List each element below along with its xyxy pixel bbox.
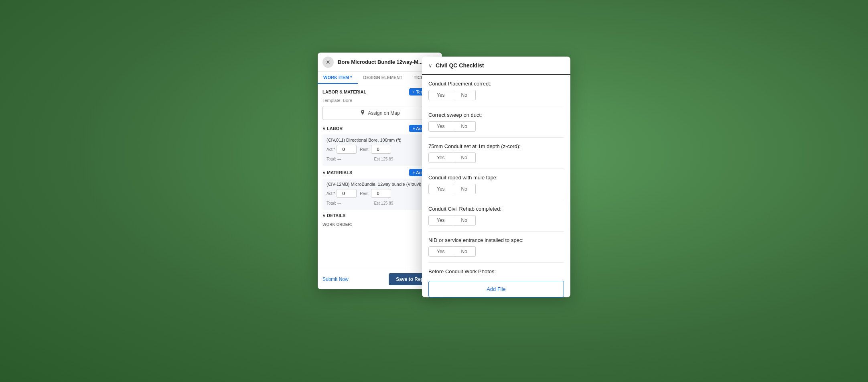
check-item-correct-sweep: Correct sweep on duct: Yes No (428, 106, 564, 138)
add-file-button[interactable]: Add File (428, 281, 564, 297)
labor-act-input[interactable] (337, 145, 357, 154)
labor-material-header: LABOR & MATERIAL + Template (322, 88, 437, 96)
labor-item-fields: Act:* Rem: (327, 145, 433, 154)
material-item-footer: Total: — Est 125.89 (327, 199, 433, 207)
panel-title: Bore Microduct Bundle 12way-M... (338, 59, 423, 65)
close-icon: ✕ (326, 59, 331, 65)
labor-section-header: ∨ LABOR + Add New (322, 125, 437, 132)
yes-no-row-0: Yes No (428, 90, 564, 100)
right-panel: ∨ Civil QC Checklist Conduit Placement c… (422, 57, 570, 297)
work-order-label: WORK ORDER: (322, 220, 437, 228)
labor-est: Est 125.89 (374, 157, 393, 161)
submit-now-button[interactable]: Submit Now (322, 276, 349, 282)
check-question-0: Conduit Placement correct: (428, 81, 564, 87)
material-item-0: (CIV-12MB) MicroBundle, 12way bundle (Vi… (322, 179, 437, 210)
check-question-2: 75mm Conduit set at 1m depth (z-cord): (428, 143, 564, 149)
material-act-input[interactable] (337, 189, 357, 198)
chevron-down-icon-3: ∨ (322, 213, 325, 218)
material-est: Est 125.89 (374, 201, 393, 205)
checklist-body: Conduit Placement correct: Yes No Correc… (422, 75, 570, 297)
yes-no-row-2: Yes No (428, 152, 564, 163)
material-item-name: (CIV-12MB) MicroBundle, 12way bundle (Vi… (327, 182, 433, 187)
yes-btn-2[interactable]: Yes (428, 152, 453, 163)
material-rem-field: Rem: (360, 189, 391, 198)
checklist-title: Civil QC Checklist (436, 62, 484, 69)
materials-section-header: ∨ MATERIALS + Add New (322, 169, 437, 176)
yes-no-row-3: Yes No (428, 184, 564, 194)
details-section-header: ∨ DETAILS (322, 213, 437, 218)
yes-btn-3[interactable]: Yes (428, 184, 453, 194)
check-item-75mm-conduit: 75mm Conduit set at 1m depth (z-cord): Y… (428, 138, 564, 169)
no-btn-5[interactable]: No (453, 246, 476, 257)
details-collapse[interactable]: ∨ DETAILS (322, 213, 345, 218)
yes-no-row-5: Yes No (428, 246, 564, 257)
assign-map-button[interactable]: Assign on Map (322, 106, 437, 120)
yes-btn-0[interactable]: Yes (428, 90, 453, 100)
tab-work-item[interactable]: WORK ITEM * (318, 72, 358, 84)
no-btn-4[interactable]: No (453, 215, 476, 226)
material-act-field: Act:* (327, 189, 357, 198)
materials-collapse[interactable]: ∨ MATERIALS (322, 170, 352, 175)
checklist-chevron-icon: ∨ (428, 63, 432, 69)
material-rem-input[interactable] (371, 189, 391, 198)
labor-item-0: (CIV.011) Directional Bore, 100mm (ft) A… (322, 134, 437, 166)
photos-label: Before Conduit Work Photos: (428, 268, 564, 274)
tab-design-element[interactable]: DESIGN ELEMENT (358, 72, 408, 84)
no-btn-1[interactable]: No (453, 121, 476, 132)
yes-btn-4[interactable]: Yes (428, 215, 453, 226)
close-button[interactable]: ✕ (322, 57, 334, 68)
check-item-conduit-placement: Conduit Placement correct: Yes No (428, 75, 564, 106)
check-question-1: Correct sweep on duct: (428, 112, 564, 118)
checklist-header: ∨ Civil QC Checklist (422, 57, 570, 75)
labor-act-field: Act:* (327, 145, 357, 154)
yes-no-row-1: Yes No (428, 121, 564, 132)
yes-btn-1[interactable]: Yes (428, 121, 453, 132)
labor-collapse[interactable]: ∨ LABOR (322, 126, 343, 131)
no-btn-0[interactable]: No (453, 90, 476, 100)
check-item-civil-rehab: Conduit Civil Rehab completed: Yes No (428, 200, 564, 232)
labor-item-footer: Total: — Est 125.89 (327, 155, 433, 163)
check-item-conduit-roped: Conduit roped with mule tape: Yes No (428, 169, 564, 200)
map-icon (360, 110, 365, 116)
yes-no-row-4: Yes No (428, 215, 564, 226)
check-item-nid-service: NID or service entrance installed to spe… (428, 232, 564, 263)
template-info: Template: Bore (322, 98, 437, 103)
yes-btn-5[interactable]: Yes (428, 246, 453, 257)
labor-rem-field: Rem: (360, 145, 391, 154)
material-item-fields: Act:* Rem: (327, 189, 433, 198)
labor-total: Total: — (327, 157, 341, 161)
labor-rem-input[interactable] (371, 145, 391, 154)
check-question-5: NID or service entrance installed to spe… (428, 237, 564, 243)
check-question-3: Conduit roped with mule tape: (428, 175, 564, 181)
photos-section: Before Conduit Work Photos: Add File (428, 263, 564, 297)
material-total: Total: — (327, 201, 341, 205)
labor-material-label: LABOR & MATERIAL (322, 89, 366, 94)
no-btn-2[interactable]: No (453, 152, 476, 163)
chevron-down-icon-2: ∨ (322, 171, 325, 175)
chevron-down-icon: ∨ (322, 126, 325, 131)
labor-item-name: (CIV.011) Directional Bore, 100mm (ft) (327, 138, 433, 142)
no-btn-3[interactable]: No (453, 184, 476, 194)
check-question-4: Conduit Civil Rehab completed: (428, 206, 564, 212)
